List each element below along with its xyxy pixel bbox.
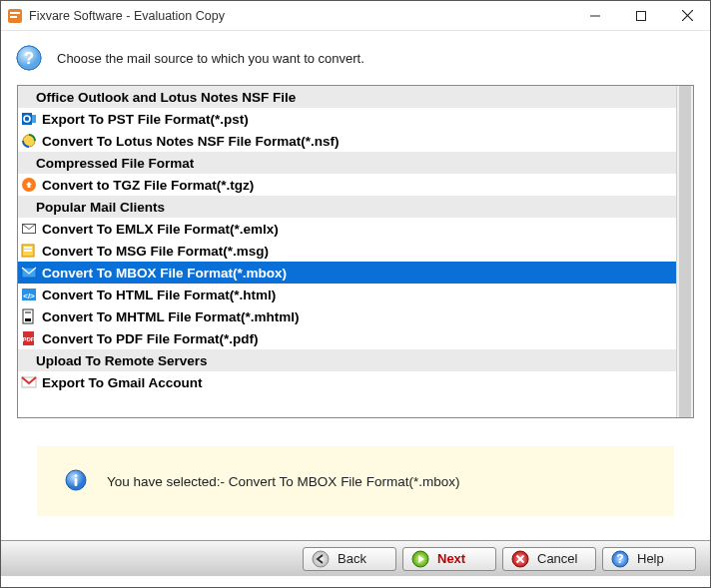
minimize-button[interactable] [572, 1, 618, 31]
svg-rect-1 [10, 12, 20, 14]
list-section-header: Office Outlook and Lotus Notes NSF File [18, 86, 676, 108]
list-item-label: Convert To PDF File Format(*.pdf) [42, 331, 259, 346]
svg-rect-4 [637, 11, 646, 20]
list-item-label: Convert To MBOX File Format(*.mbox) [42, 266, 287, 281]
pdf-icon: PDF [20, 330, 38, 346]
svg-rect-2 [10, 16, 17, 18]
svg-text:</>: </> [23, 292, 35, 300]
list-item-label: Upload To Remote Servers [36, 353, 208, 368]
svg-rect-24 [25, 311, 31, 313]
svg-rect-11 [32, 115, 36, 123]
list-item-label: Export To Gmail Account [42, 375, 203, 390]
help-icon: ? [611, 550, 629, 568]
list-item-label: Convert To HTML File Format(*.html) [42, 288, 276, 302]
help-button-label: Help [637, 551, 687, 566]
window-title: Fixvare Software - Evaluation Copy [29, 9, 225, 23]
help-button[interactable]: ? Help [602, 547, 696, 571]
next-button-label: Next [437, 551, 487, 566]
maximize-button[interactable] [618, 1, 664, 31]
format-list[interactable]: Office Outlook and Lotus Notes NSF FileE… [18, 86, 676, 417]
list-item[interactable]: Convert To MBOX File Format(*.mbox) [18, 262, 676, 284]
list-item[interactable]: Export To Gmail Account [18, 371, 676, 393]
status-panel: You have selected:- Convert To MBOX File… [37, 446, 674, 516]
title-bar: Fixvare Software - Evaluation Copy [1, 1, 710, 31]
mhtml-icon [20, 308, 38, 324]
svg-text:?: ? [616, 552, 623, 566]
play-icon [411, 550, 429, 568]
format-list-container: Office Outlook and Lotus Notes NSF FileE… [17, 85, 694, 418]
list-section-header: Compressed File Format [18, 152, 676, 174]
list-item-label: Convert To MHTML File Format(*.mhtml) [42, 309, 300, 324]
question-icon: ? [15, 44, 43, 72]
svg-point-29 [74, 473, 77, 476]
back-button[interactable]: Back [303, 547, 396, 571]
list-item[interactable]: Convert To MSG File Format(*.msg) [18, 240, 676, 262]
svg-rect-30 [75, 478, 78, 486]
list-item[interactable]: Convert To Lotus Notes NSF File Format(*… [18, 130, 676, 152]
svg-point-31 [313, 551, 329, 567]
tgz-icon [20, 177, 38, 193]
list-item[interactable]: PDFConvert To PDF File Format(*.pdf) [18, 327, 676, 349]
app-icon [7, 8, 23, 24]
list-item-label: Convert To MSG File Format(*.msg) [42, 244, 269, 259]
back-button-label: Back [338, 551, 387, 566]
list-item-label: Office Outlook and Lotus Notes NSF File [36, 90, 296, 105]
list-item-label: Export To PST File Format(*.pst) [42, 112, 249, 127]
emlx-icon [20, 221, 38, 237]
cancel-button[interactable]: Cancel [502, 547, 596, 571]
cancel-icon [511, 550, 529, 568]
html-icon: </> [20, 287, 38, 302]
gmail-icon [20, 374, 38, 390]
arrow-left-icon [312, 550, 330, 568]
instruction-panel: ? Choose the mail source to which you wa… [1, 31, 710, 85]
svg-rect-23 [25, 318, 31, 321]
status-text: You have selected:- Convert To MBOX File… [107, 474, 459, 489]
list-item[interactable]: Export To PST File Format(*.pst) [18, 108, 676, 130]
mbox-icon [20, 265, 38, 281]
lotus-icon [20, 133, 38, 149]
list-item[interactable]: Convert To EMLX File Format(*.emlx) [18, 218, 676, 240]
list-item-label: Convert To Lotus Notes NSF File Format(*… [42, 134, 340, 149]
list-item-label: Popular Mail Clients [36, 200, 165, 215]
list-section-header: Upload To Remote Servers [18, 349, 676, 371]
list-item[interactable]: Convert to TGZ File Format(*.tgz) [18, 174, 676, 196]
button-bar: Back Next Cancel ? [1, 540, 710, 576]
list-item-label: Convert to TGZ File Format(*.tgz) [42, 178, 254, 193]
svg-rect-18 [24, 250, 32, 252]
svg-text:?: ? [24, 49, 34, 68]
instruction-text: Choose the mail source to which you want… [57, 51, 364, 66]
list-item-label: Convert To EMLX File Format(*.emlx) [42, 222, 279, 237]
outlook-icon [20, 111, 38, 127]
list-item-label: Compressed File Format [36, 156, 194, 171]
cancel-button-label: Cancel [537, 551, 587, 566]
svg-rect-17 [24, 247, 32, 249]
close-button[interactable] [664, 1, 710, 31]
list-item[interactable]: </>Convert To HTML File Format(*.html) [18, 284, 676, 305]
list-item[interactable]: Convert To MHTML File Format(*.mhtml) [18, 305, 676, 327]
svg-text:PDF: PDF [23, 336, 35, 342]
msg-icon [20, 243, 38, 259]
list-section-header: Popular Mail Clients [18, 196, 676, 218]
next-button[interactable]: Next [402, 547, 496, 571]
info-icon [65, 469, 87, 494]
scrollbar[interactable] [676, 86, 693, 417]
